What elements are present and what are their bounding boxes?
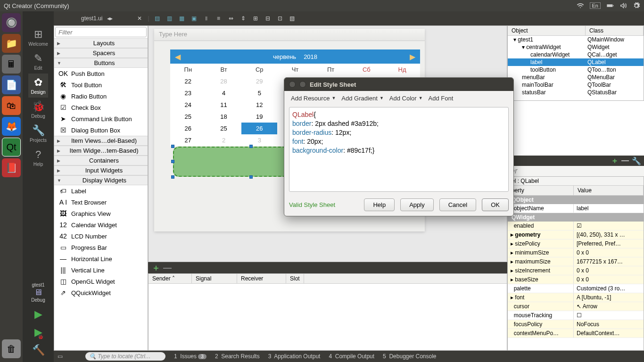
- wrench-icon[interactable]: 🔧: [632, 156, 641, 165]
- run-button[interactable]: ▶: [34, 308, 42, 321]
- widget-horizontal-line[interactable]: —Horizontal Line: [54, 253, 148, 264]
- widgetbox-filter[interactable]: [55, 27, 147, 37]
- cal-next-icon[interactable]: ▶: [410, 52, 415, 61]
- launcher-qtcreator[interactable]: Qt: [2, 138, 21, 156]
- prop-geometry[interactable]: ▸ geometry[(40, 250), 331 x …: [508, 230, 644, 239]
- minimize-icon[interactable]: [299, 81, 306, 88]
- launcher-writer[interactable]: 📄: [2, 75, 21, 94]
- category-containers[interactable]: ▶Containers: [54, 156, 148, 165]
- widget-push-button[interactable]: OKPush Button: [54, 68, 148, 79]
- object-statusBar[interactable]: statusBarQStatusBar: [508, 89, 644, 96]
- build-button[interactable]: 🔨: [32, 344, 45, 356]
- category-input-widgets[interactable]: ▶Input Widgets: [54, 165, 148, 175]
- grid4-icon[interactable]: ▧: [288, 14, 297, 23]
- widget-text-browser[interactable]: A IText Browser: [54, 197, 148, 208]
- object-calendarWidget[interactable]: calendarWidgetQCal…dget: [508, 51, 644, 58]
- launcher-software[interactable]: 🛍: [2, 96, 21, 115]
- mode-design[interactable]: ✿Design: [28, 74, 48, 98]
- stylesheet-textarea[interactable]: QLabel{border: 2px dashed #3a912b;border…: [289, 107, 509, 192]
- prop-baseSize[interactable]: ▸ baseSize0 x 0: [508, 275, 644, 284]
- layout-h-icon[interactable]: ▤: [153, 14, 162, 23]
- prop-mouseTracking[interactable]: mouseTracking☐: [508, 311, 644, 320]
- add-icon[interactable]: ＋: [152, 262, 160, 273]
- remove-icon[interactable]: —: [621, 156, 629, 165]
- menu-add-color[interactable]: Add Color ▼: [388, 93, 425, 104]
- mode-welcome[interactable]: ⊞Welcome: [28, 25, 48, 49]
- prop-sizeIncrement[interactable]: ▸ sizeIncrement0 x 0: [508, 266, 644, 275]
- prop-palette[interactable]: paletteCustomized (3 ro…: [508, 284, 644, 293]
- kit-selector[interactable]: gtest1 🖥 Debug: [31, 282, 45, 303]
- help-button[interactable]: Help: [364, 198, 395, 211]
- widget-tool-button[interactable]: 🛠Tool Button: [54, 79, 148, 90]
- object-label[interactable]: labelQLabel: [508, 58, 644, 66]
- adjust-icon[interactable]: ≡: [215, 14, 223, 23]
- widget-vertical-line[interactable]: |||Vertical Line: [54, 264, 148, 276]
- object-centralWidget[interactable]: ▾ centralWidgetQWidget: [508, 43, 644, 51]
- layout-grid-icon[interactable]: ▦: [178, 14, 186, 23]
- object-menuBar[interactable]: menuBarQMenuBar: [508, 74, 644, 81]
- prop-objectName[interactable]: objectNamelabel: [508, 204, 644, 213]
- output-debugger-console[interactable]: 5 Debugger Console: [383, 353, 436, 360]
- menu-add-resource[interactable]: Add Resource ▼: [289, 93, 338, 104]
- widget-check-box[interactable]: ☑Check Box: [54, 102, 148, 113]
- mode-help[interactable]: ?Help: [28, 146, 48, 170]
- launcher-calc[interactable]: 🖩: [2, 55, 21, 74]
- layout-v-icon[interactable]: ▥: [165, 14, 174, 23]
- category-spacers[interactable]: ▶Spacers: [54, 48, 148, 58]
- mode-edit[interactable]: ✎Edit: [28, 49, 48, 74]
- menu-add-font[interactable]: Add Font: [427, 93, 455, 104]
- widget-dialog-button-box[interactable]: ☒Dialog Button Box: [54, 124, 148, 136]
- form-menubar[interactable]: Type Here: [154, 29, 425, 41]
- category-item-views-del-based-[interactable]: ▶Item Views…del-Based): [54, 136, 148, 146]
- launcher-firefox[interactable]: 🦊: [2, 117, 21, 136]
- gear-icon[interactable]: [633, 2, 640, 9]
- output-search-results[interactable]: 2 Search Results: [215, 353, 260, 360]
- ok-button[interactable]: OK: [482, 198, 509, 211]
- prop-focusPolicy[interactable]: focusPolicyNoFocus: [508, 320, 644, 329]
- widget-radio-button[interactable]: ◉Radio Button: [54, 90, 148, 102]
- widget-progress-bar[interactable]: ▭Progress Bar: [54, 242, 148, 253]
- category-item-widge-tem-based-[interactable]: ▶Item Widge…tem-Based): [54, 146, 148, 156]
- sidebar-toggle-icon[interactable]: ▭: [58, 353, 63, 360]
- category-buttons[interactable]: ▼Buttons: [54, 58, 148, 68]
- launcher-dash[interactable]: 🔘: [2, 13, 21, 32]
- close-icon[interactable]: [289, 81, 296, 88]
- launcher-trash[interactable]: 🗑: [2, 339, 21, 358]
- output-application-output[interactable]: 3 Application Output: [268, 353, 321, 360]
- run-debug-button[interactable]: ▶🐞: [34, 326, 42, 338]
- output-issues[interactable]: 1 Issues 3: [174, 353, 206, 360]
- launcher-reader[interactable]: 📕: [2, 158, 21, 177]
- cancel-button[interactable]: Cancel: [439, 198, 476, 211]
- widget-qquickwidget[interactable]: ⇗QQuickWidget: [54, 287, 148, 298]
- locator-input[interactable]: 🔍 Type to locate (Ctrl…: [85, 352, 165, 361]
- prop-maximumSize[interactable]: ▸ maximumSize16777215 x 167…: [508, 257, 644, 266]
- file-combo[interactable]: gtest1.ui ◂▸: [76, 14, 132, 23]
- vsplit-icon[interactable]: ⇕: [239, 14, 248, 23]
- widget-lcd-number[interactable]: 42LCD Number: [54, 230, 148, 242]
- prop-enabled[interactable]: enabled☑: [508, 222, 644, 230]
- widget-command-link-button[interactable]: ➤Command Link Button: [54, 113, 148, 124]
- mode-projects[interactable]: 🔧Projects: [28, 122, 48, 146]
- output-compile-output[interactable]: 4 Compile Output: [329, 353, 374, 360]
- category-layouts[interactable]: ▶Layouts: [54, 38, 148, 48]
- break-layout-icon[interactable]: ⫴: [202, 14, 211, 23]
- prop-font[interactable]: ▸ fontA [Ubuntu, -1]: [508, 293, 644, 302]
- apply-button[interactable]: Apply: [400, 198, 434, 211]
- close-icon[interactable]: ✕: [135, 14, 144, 23]
- launcher-files[interactable]: 📁: [2, 34, 21, 53]
- category-display-widgets[interactable]: ▼Display Widgets: [54, 175, 148, 185]
- menu-add-gradient[interactable]: Add Gradient ▼: [339, 93, 386, 104]
- cal-prev-icon[interactable]: ◀: [175, 52, 181, 61]
- prop-sizePolicy[interactable]: ▸ sizePolicy[Preferred, Pref…: [508, 239, 644, 248]
- widget-calendar-widget[interactable]: 12Calendar Widget: [54, 219, 148, 230]
- widget-opengl-widget[interactable]: ◫OpenGL Widget: [54, 276, 148, 287]
- dialog-titlebar[interactable]: Edit Style Sheet: [284, 78, 513, 91]
- remove-icon[interactable]: —: [163, 263, 172, 273]
- grid1-icon[interactable]: ⊞: [251, 14, 260, 23]
- layout-form-icon[interactable]: ▣: [190, 14, 198, 23]
- prop-cursor[interactable]: cursor↖ Arrow: [508, 302, 644, 311]
- prop-minimumSize[interactable]: ▸ minimumSize0 x 0: [508, 248, 644, 257]
- widget-label[interactable]: 🏷Label: [54, 185, 148, 197]
- language-indicator[interactable]: En: [590, 2, 601, 9]
- mode-debug[interactable]: 🐞Debug: [28, 98, 48, 122]
